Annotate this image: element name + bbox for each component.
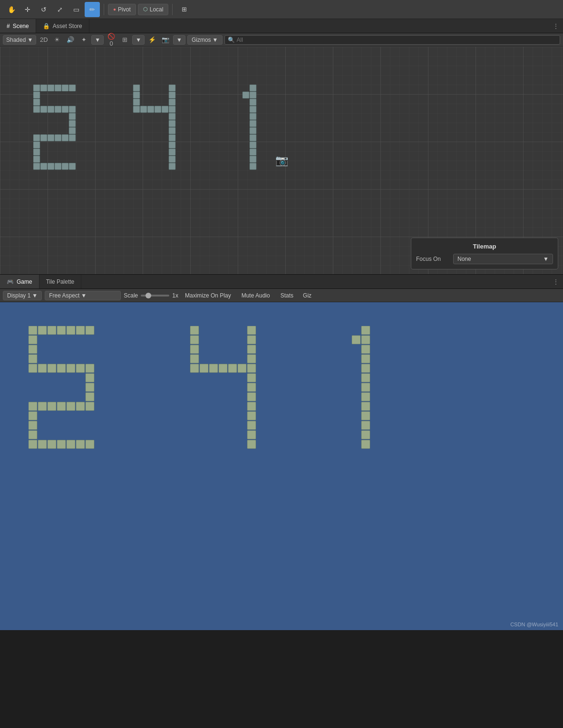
grid-button[interactable]: ⊞ <box>176 2 192 17</box>
scale-tool[interactable]: ⤢ <box>52 2 68 17</box>
game-tabs: 🎮 Game Tile Palette ⋮ <box>0 275 563 289</box>
light-icon-btn[interactable]: ☀ <box>51 34 63 46</box>
tilemap-dropdown-chevron-icon: ▼ <box>543 256 549 262</box>
svg-rect-85 <box>86 383 94 392</box>
tilemap-none-dropdown[interactable]: None ▼ <box>453 254 553 264</box>
svg-rect-124 <box>247 421 256 430</box>
gizmos-button[interactable]: Gizmos ▼ <box>187 35 223 45</box>
svg-rect-28 <box>33 163 40 170</box>
svg-rect-140 <box>361 440 370 449</box>
grid-icon-btn[interactable]: ⊞ <box>119 34 130 46</box>
fx-dropdown[interactable]: ▼ <box>91 35 104 45</box>
rotate-tool[interactable]: ↺ <box>36 2 51 17</box>
scale-slider[interactable] <box>141 295 169 297</box>
game-toolbar: Display 1 ▼ Free Aspect ▼ Scale 1x Maxim… <box>0 289 563 302</box>
watermark: CSDN @Wusiyiii541 <box>510 622 558 627</box>
maximize-on-play-button[interactable]: Maximize On Play <box>181 291 235 300</box>
2d-button[interactable]: 2D <box>38 34 49 46</box>
local-cube-icon: ⬡ <box>143 6 148 12</box>
svg-rect-97 <box>29 440 37 449</box>
local-button[interactable]: ⬡ Local <box>138 4 169 15</box>
stats-button[interactable]: Stats <box>277 291 297 300</box>
asset-store-tab[interactable]: 🔒 Asset Store <box>36 19 89 33</box>
hand-tool[interactable]: ✋ <box>4 2 19 17</box>
svg-rect-115 <box>219 364 227 373</box>
svg-rect-117 <box>238 364 246 373</box>
grid-dropdown[interactable]: ▼ <box>132 35 145 45</box>
scale-value-label: 1x <box>172 292 178 299</box>
svg-rect-134 <box>361 383 370 392</box>
svg-rect-30 <box>48 163 54 170</box>
gizmos-label: Gizmos <box>192 37 211 43</box>
scene-toolbar: Shaded ▼ 2D ☀ 🔊 ✦ ▼ 🚫0 ⊞ ▼ ⚡ 📷 ▼ Gizmos … <box>0 33 563 47</box>
scene-tab-label: Scene <box>13 23 29 29</box>
game-tab[interactable]: 🎮 Game <box>0 275 39 288</box>
svg-rect-68 <box>38 326 47 335</box>
svg-rect-112 <box>190 364 199 373</box>
tile-palette-tab-label: Tile Palette <box>46 278 75 285</box>
svg-rect-122 <box>247 402 256 411</box>
svg-rect-130 <box>361 345 370 354</box>
scene-tab[interactable]: # Scene <box>0 19 36 33</box>
tilemap-popup-title: Tilemap <box>416 243 553 250</box>
pivot-dot-icon: ● <box>113 7 116 12</box>
asset-store-tab-icon: 🔒 <box>43 23 50 29</box>
search-icon: 🔍 <box>228 37 235 43</box>
svg-rect-92 <box>76 402 85 411</box>
svg-rect-72 <box>76 326 85 335</box>
shading-dropdown[interactable]: Shaded ▼ <box>3 35 36 45</box>
svg-rect-4 <box>48 85 54 91</box>
game-tab-icon: 🎮 <box>7 278 14 285</box>
custom-tool[interactable]: ✏ <box>85 2 100 17</box>
svg-rect-57 <box>250 99 256 105</box>
audio-icon-btn[interactable]: 🔊 <box>65 34 76 46</box>
aspect-dropdown[interactable]: ▼ <box>173 35 185 45</box>
svg-rect-12 <box>48 106 54 113</box>
pivot-label: Pivot <box>118 6 131 13</box>
svg-rect-131 <box>361 354 370 363</box>
svg-rect-5 <box>55 85 61 91</box>
svg-rect-35 <box>169 85 175 91</box>
game-tab-label: Game <box>17 278 32 285</box>
svg-rect-109 <box>247 345 256 354</box>
svg-rect-93 <box>86 402 94 411</box>
tile-palette-tab[interactable]: Tile Palette <box>39 275 82 288</box>
gizmos-game-button[interactable]: Giz <box>300 291 314 300</box>
game-tabs-more[interactable]: ⋮ <box>549 275 563 288</box>
aspect-chevron-icon: ▼ <box>81 292 87 299</box>
svg-rect-118 <box>247 364 256 373</box>
scene-tabs-more[interactable]: ⋮ <box>549 19 563 33</box>
scene-search[interactable]: 🔍 <box>224 35 561 45</box>
scene-541-svg <box>33 85 409 265</box>
mute-audio-button[interactable]: Mute Audio <box>238 291 274 300</box>
svg-rect-32 <box>62 163 68 170</box>
svg-rect-62 <box>250 134 256 141</box>
rect-tool[interactable]: ▭ <box>68 2 84 17</box>
search-input[interactable] <box>237 37 557 43</box>
svg-rect-26 <box>33 149 40 155</box>
svg-rect-27 <box>33 156 40 163</box>
svg-rect-20 <box>40 134 47 141</box>
pivot-button[interactable]: ● Pivot <box>108 4 136 15</box>
svg-rect-19 <box>33 134 40 141</box>
display-dropdown[interactable]: Display 1 ▼ <box>3 291 42 300</box>
aspect-icon-btn[interactable]: 📷 <box>160 34 171 46</box>
svg-rect-42 <box>147 106 154 113</box>
svg-rect-67 <box>29 326 37 335</box>
svg-rect-10 <box>33 106 40 113</box>
svg-rect-105 <box>247 326 256 335</box>
svg-rect-25 <box>33 142 40 148</box>
svg-rect-40 <box>133 106 140 113</box>
svg-rect-49 <box>169 134 175 141</box>
svg-rect-139 <box>361 431 370 439</box>
tilemap-focus-row: Focus On None ▼ <box>416 254 553 264</box>
scene-view: 📷 Tilemap Focus On None ▼ <box>0 47 563 275</box>
snap-icon-btn[interactable]: ⚡ <box>146 34 158 46</box>
move-tool[interactable]: ✛ <box>20 2 35 17</box>
camera-count-btn[interactable]: 🚫0 <box>106 34 117 46</box>
svg-rect-8 <box>33 92 40 98</box>
fx-icon-btn[interactable]: ✦ <box>78 34 89 46</box>
svg-rect-47 <box>169 120 175 127</box>
svg-rect-78 <box>38 364 47 373</box>
aspect-dropdown[interactable]: Free Aspect ▼ <box>45 291 121 300</box>
